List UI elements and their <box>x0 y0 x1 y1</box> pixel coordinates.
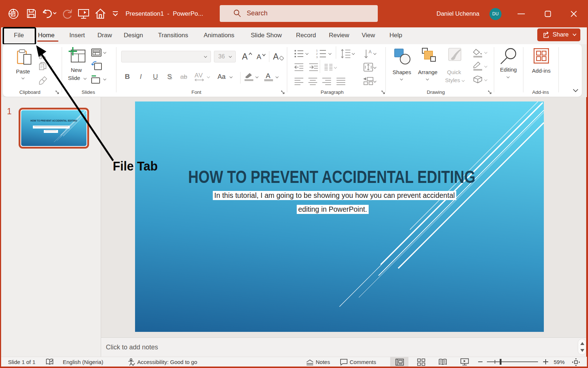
svg-text:A: A <box>369 49 372 54</box>
svg-text:2: 2 <box>316 52 318 55</box>
svg-text:3: 3 <box>316 55 318 59</box>
svg-text:1: 1 <box>316 49 318 52</box>
svg-text:P: P <box>12 12 15 16</box>
